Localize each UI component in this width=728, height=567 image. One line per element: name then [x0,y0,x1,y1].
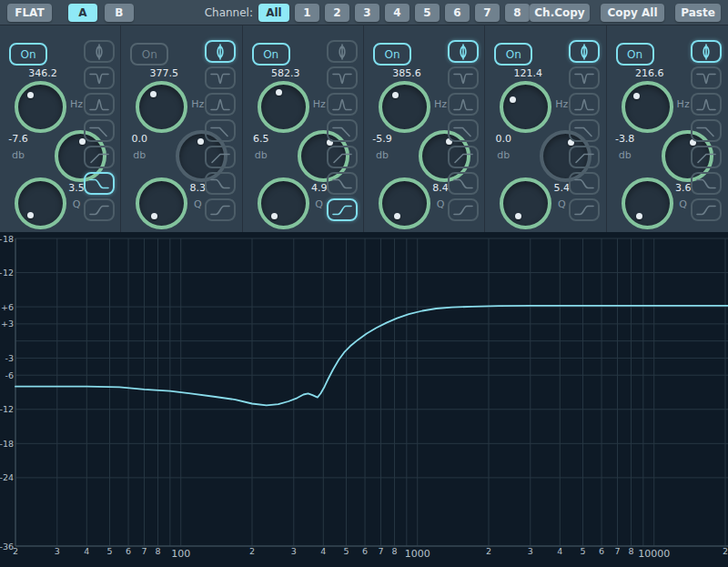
channel-4-button[interactable]: 4 [385,4,410,22]
preset-a-button[interactable]: A [68,4,97,22]
band-pass-filter-button[interactable] [327,40,358,63]
eq-band-3: On 582.3 Hz 6.5 db 4.9 Q [243,25,364,232]
gain-unit-label: db [485,149,521,161]
band-pass-icon [573,44,595,60]
y-tick-label: +6 [1,302,14,312]
shelf-cut-filter-button[interactable] [569,172,600,195]
band-pass-filter-button[interactable] [448,40,479,63]
band-pass-icon [452,44,474,60]
low-pass-filter-button[interactable] [327,119,358,142]
high-pass-filter-button[interactable] [205,146,236,168]
high-pass-icon [88,149,110,166]
shelf-boost-filter-button[interactable] [691,198,722,221]
low-pass-filter-button[interactable] [205,119,236,142]
paste-button[interactable]: Paste [675,4,721,22]
band-on-button[interactable]: On [130,43,168,66]
freq-value: 582.3 [250,67,321,79]
knob-indicator-dot [276,89,282,96]
high-pass-filter-button[interactable] [448,146,479,168]
notch-filter-button[interactable] [205,66,236,89]
band-pass-filter-button[interactable] [569,40,600,63]
channel-3-button[interactable]: 3 [355,4,379,22]
peak-filter-button[interactable] [448,93,479,116]
band-pass-filter-button[interactable] [84,40,115,63]
low-pass-filter-button[interactable] [691,119,722,142]
high-pass-icon [695,149,717,166]
shelf-cut-filter-button[interactable] [205,172,236,195]
freq-knob[interactable] [15,81,66,133]
shelf-boost-filter-button[interactable] [84,198,115,221]
peak-filter-button[interactable] [691,93,722,116]
shelf-cut-filter-button[interactable] [84,172,115,195]
low-pass-filter-button[interactable] [569,119,600,142]
band-pass-filter-button[interactable] [691,40,722,63]
band-on-button[interactable]: On [252,43,290,66]
notch-filter-button[interactable] [448,66,479,89]
band-pass-icon [88,44,110,60]
band-on-button[interactable]: On [373,43,411,66]
peak-filter-button[interactable] [205,93,236,116]
shelf-boost-filter-button[interactable] [448,198,479,221]
q-knob[interactable] [622,177,673,229]
peak-icon [88,96,110,113]
low-pass-filter-button[interactable] [84,119,115,142]
q-knob[interactable] [136,177,187,229]
shelf-cut-filter-button[interactable] [448,172,479,195]
gain-value: 0.0 [485,133,521,145]
band-on-button[interactable]: On [494,43,532,66]
channel-2-button[interactable]: 2 [325,4,349,22]
peak-filter-button[interactable] [327,93,358,116]
filter-type-buttons [569,40,600,225]
notch-filter-button[interactable] [327,66,358,89]
high-pass-filter-button[interactable] [569,146,600,168]
freq-knob[interactable] [622,81,673,133]
eq-response-curve[interactable] [15,306,728,406]
channel-6-button[interactable]: 6 [445,4,470,22]
channel-all-button[interactable]: All [258,4,289,22]
band-pass-filter-button[interactable] [205,40,236,63]
ch-copy-button[interactable]: Ch.Copy [530,4,590,22]
copy-all-button[interactable]: Copy All [601,4,664,22]
channel-7-button[interactable]: 7 [475,4,500,22]
freq-knob[interactable] [136,81,187,133]
channel-label: Channel: [205,6,253,19]
notch-filter-button[interactable] [84,66,115,89]
peak-filter-button[interactable] [569,93,600,116]
q-knob[interactable] [258,177,309,229]
knob-indicator-dot [515,213,521,219]
q-knob[interactable] [500,177,551,229]
peak-filter-button[interactable] [84,93,115,116]
channel-1-button[interactable]: 1 [295,4,319,22]
channel-8-button[interactable]: 8 [505,4,530,22]
shelf-cut-filter-button[interactable] [327,172,358,195]
high-pass-filter-button[interactable] [84,146,115,168]
q-knob[interactable] [15,177,66,229]
notch-filter-button[interactable] [691,66,722,89]
freq-knob[interactable] [379,81,430,133]
band-pass-icon [331,44,353,60]
q-knob[interactable] [379,177,430,229]
shelf-boost-filter-button[interactable] [205,198,236,221]
freq-knob[interactable] [258,81,309,133]
shelf-boost-filter-button[interactable] [327,198,358,221]
freq-value: 385.6 [371,67,442,79]
shelf-cut-filter-button[interactable] [691,172,722,195]
eq-graph[interactable]: +18+12+6+3-3-6-12-18-24-3623456781002345… [0,232,728,567]
y-tick-label: -18 [0,439,14,449]
high-pass-filter-button[interactable] [691,146,722,168]
band-pass-icon [209,44,231,60]
band-on-button[interactable]: On [9,43,47,66]
notch-filter-button[interactable] [569,66,600,89]
preset-b-button[interactable]: B [105,4,134,22]
eq-band-6: On 216.6 Hz -3.8 db 3.6 Q [607,25,728,232]
flat-button[interactable]: FLAT [7,4,52,22]
eq-plugin-window: FLAT A B Channel: All12345678 Ch.Copy Co… [0,0,728,567]
shelf-boost-filter-button[interactable] [569,198,600,221]
x-tick-label: 1000 [405,548,430,560]
freq-knob[interactable] [500,81,551,133]
shelf-cut-icon [331,176,353,192]
low-pass-filter-button[interactable] [448,119,479,142]
channel-5-button[interactable]: 5 [415,4,440,22]
high-pass-filter-button[interactable] [327,146,358,168]
band-on-button[interactable]: On [616,43,654,66]
